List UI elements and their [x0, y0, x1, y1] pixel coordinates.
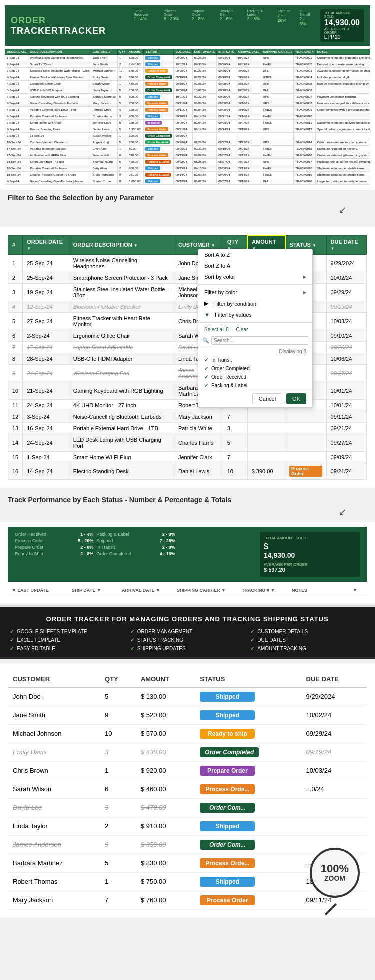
zoom-cell-customer: Michael Johnson — [8, 724, 100, 743]
ok-button[interactable]: OK — [286, 393, 306, 404]
zoom-cell-status: Process Orde... — [195, 780, 301, 798]
table-cell: Process Order — [144, 152, 174, 159]
table-cell: 9-Sep-24 — [6, 133, 28, 139]
table-cell: Customer selected gift-wrapping option. — [316, 152, 370, 159]
perf-totals-block: TOTAL AMOUNT SOLD $ 14,930.00 AVERAGE PE… — [260, 532, 360, 577]
table-row: 2-Sep-24Smart TV 55-inchJane Smith21,040… — [6, 61, 370, 68]
filter-cell: 09/29/24 — [326, 283, 366, 301]
zoom-cell-due: 09/19/24 — [302, 743, 367, 761]
feature-easy-editable: ✓ EASY EDITABLE — [10, 646, 124, 651]
checkbox-in-transit[interactable]: ✓ In Transit — [198, 356, 312, 364]
table-cell: Sharon Turner — [91, 178, 118, 185]
filter-cell: 11 — [8, 399, 23, 411]
table-cell: Shipped — [144, 55, 174, 61]
table-cell: 09/10/24 — [174, 81, 192, 87]
filter-cell: Wireless Noise-Cancelling Headphones — [69, 254, 174, 272]
table-cell: 09/03/24 — [217, 120, 236, 126]
filter-section-title: Filter to See the Selection by any Param… — [8, 194, 367, 202]
filter-by-condition-option[interactable]: ▶ Filter by condition — [198, 298, 312, 309]
zoom-cell-customer: Emily Davis — [8, 743, 100, 761]
filter-cell: 09/19/24 — [326, 301, 366, 312]
table-cell: 440.00 — [128, 81, 144, 87]
filter-cell: 9 — [8, 364, 23, 382]
header-stats: Order Received 1 - 4% Process Order 5 - … — [134, 9, 364, 42]
table-cell: 09/24/24 — [192, 139, 217, 146]
header-bar: ORDER TRACKERTRACKER Order Received 1 - … — [5, 5, 370, 46]
fcol-desc[interactable]: ORDER DESCRIPTION ▼ — [69, 235, 174, 254]
perf-val-prepare: 2 - 8% — [80, 545, 94, 550]
filter-cell: 1 — [8, 254, 23, 272]
table-cell: 09/25/24 — [174, 133, 192, 139]
table-cell: 09/07/24 — [192, 178, 217, 185]
table-cell: Process Order — [144, 100, 174, 107]
zoom-cell-qty: 7 — [100, 891, 136, 909]
table-cell: FedEx — [262, 120, 294, 126]
col-carrier: SHIPPING CARRIER — [262, 49, 294, 55]
table-cell: USPS — [262, 74, 294, 81]
zoom-cell-status: Ready to ship — [195, 724, 301, 743]
select-all-link[interactable]: Select all 8 — [204, 327, 229, 332]
perf-stats-grid: Order Received 1 - 4% Process Order 5 - … — [8, 527, 367, 582]
perf-label-transit: In Transit — [96, 545, 115, 550]
filter-dropdown[interactable]: Sort A to Z Sort Z to A Sort by color Fi… — [198, 249, 313, 408]
check-icon-8: ✓ — [130, 646, 134, 651]
filter-cell: 25-Sep-24 — [23, 272, 70, 283]
filter-cell: 4 — [8, 301, 23, 312]
fcol-due[interactable]: DUE DATE ▼ — [326, 235, 366, 254]
avg-order-value: $ 597.20 — [264, 567, 356, 573]
table-cell: Shipped — [144, 94, 174, 100]
filter-cell: 16-Sep-24 — [23, 422, 70, 434]
feature-amount-tracking: ✓ AMOUNT TRACKING — [250, 646, 365, 651]
table-cell: DHL — [262, 68, 294, 74]
table-row: 17-Sep-24Air Purifier with HEPA FilterJe… — [6, 152, 370, 159]
perf-val-packing: 2 - 8% — [162, 532, 176, 537]
table-cell: 09/14/24 — [192, 113, 217, 120]
stat-prepare-order: Prepare Order 2 - 8% — [192, 9, 212, 42]
table-cell: FedEx — [262, 107, 294, 113]
table-cell: Wireless Noise-Cancelling Headphones — [28, 55, 92, 61]
filter-cell: 10 — [223, 463, 248, 479]
table-cell: 600.00 — [128, 165, 144, 172]
table-cell: 9 — [118, 172, 127, 178]
filter-cell: 2 — [8, 272, 23, 283]
sort-a-z-option[interactable]: Sort A to Z — [198, 249, 312, 260]
col-last-update-header: ▼ LAST UPDATE — [12, 588, 72, 593]
filter-by-values-option[interactable]: ▼ Filter by values — [198, 309, 312, 320]
sort-z-a-option[interactable]: Sort Z to A — [198, 260, 312, 271]
table-cell: Noise-Cancelling Over-Ear Headphones — [28, 178, 92, 185]
filter-cell: Stainless Steel Insulated Water Bottle -… — [69, 283, 174, 301]
table-cell: 1,040.00 — [128, 61, 144, 68]
sort-by-color-option[interactable]: Sort by color — [198, 271, 312, 282]
zoom-col-customer: CUSTOMER — [8, 671, 100, 687]
clear-link[interactable]: Clear — [236, 327, 248, 332]
table-cell: UPS — [262, 126, 294, 133]
zoom-cell-status: Shipped — [195, 872, 301, 891]
table-cell: 390.00 — [128, 74, 144, 81]
cancel-button[interactable]: Cancel — [252, 393, 282, 404]
checkbox-packing-label[interactable]: ✓ Packing & Label — [198, 381, 312, 390]
dropdown-search-input[interactable] — [212, 336, 308, 345]
checkbox-order-completed[interactable]: ✓ Order Completed — [198, 364, 312, 373]
filter-cell: 12 — [8, 411, 23, 422]
table-cell: 09/18/24 — [236, 126, 262, 133]
filter-cell: 16 — [8, 463, 23, 479]
check-in-transit: ✓ — [204, 357, 208, 363]
zoom-status-badge: Ready to ship — [200, 729, 255, 739]
table-cell: TRACK0002 — [294, 61, 316, 68]
table-row: 18-Sep-24Electric Pressure Cooker - 6 Qu… — [6, 172, 370, 178]
fcol-date[interactable]: ORDER DATE ▼ — [23, 235, 70, 254]
perf-col3 — [178, 532, 257, 577]
zoom-cell-customer: Mary Jackson — [8, 891, 100, 909]
col-num: # — [8, 235, 23, 254]
select-all-area: Select all 8 - Clear — [198, 325, 312, 334]
filter-by-color-option[interactable]: Filter by color — [198, 287, 312, 298]
perf-label-completed: Order Completed — [96, 551, 131, 556]
status-badge: Shipped — [146, 62, 160, 66]
status-badge: In Transit — [146, 121, 162, 125]
checkbox-order-received[interactable]: ✓ Order Received — [198, 373, 312, 381]
col-qty: QTY — [118, 49, 127, 55]
table-cell: 09/18/24 — [174, 113, 192, 120]
table-cell: Includes promotional gift. — [316, 74, 370, 81]
table-cell: 10/03/24 — [236, 61, 262, 68]
table-cell: 09/30/24 — [217, 87, 236, 94]
